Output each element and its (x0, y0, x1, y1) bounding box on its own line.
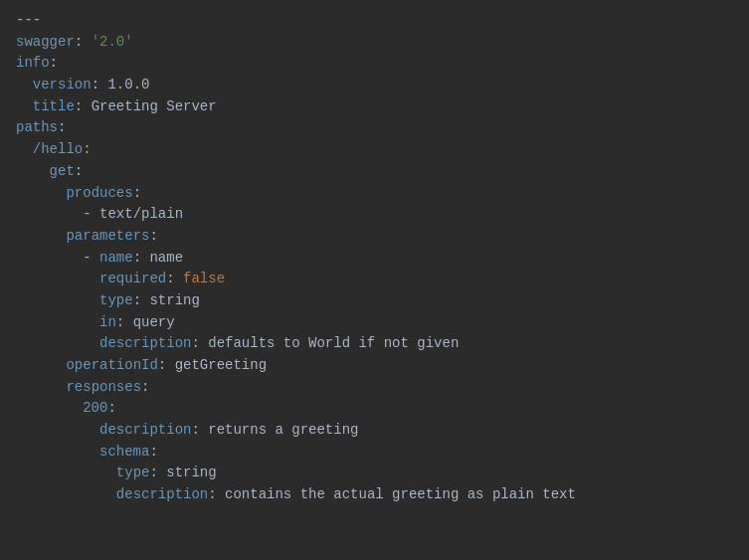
code-line: description: contains the actual greetin… (16, 484, 733, 506)
yaml-key: produces (66, 185, 132, 201)
code-line: type: string (16, 463, 733, 484)
yaml-key: responses (66, 379, 141, 395)
yaml-key: paths (16, 119, 58, 135)
yaml-plain-text: : contains the actual greeting as plain … (208, 486, 576, 502)
yaml-plain-text: : (166, 271, 183, 286)
yaml-plain-text: : returns a greeting (191, 422, 358, 438)
yaml-key: name (99, 250, 133, 266)
yaml-plain-text: : Greeting Server (75, 98, 217, 114)
code-line: version: 1.0.0 (16, 75, 733, 96)
yaml-plain-text: : (107, 400, 115, 416)
code-line: description: defaults to World if not gi… (16, 333, 733, 355)
yaml-plain-text: : defaults to World if not given (191, 335, 459, 351)
code-line: swagger: '2.0' (16, 32, 733, 54)
yaml-key: description (116, 486, 208, 502)
code-line: - name: name (16, 248, 733, 270)
yaml-key: version (33, 77, 92, 93)
yaml-plain-text: : (149, 228, 157, 244)
yaml-plain-text: --- (16, 12, 41, 28)
code-line: schema: (16, 442, 733, 464)
code-line: /hello: (16, 139, 733, 161)
yaml-key: schema (99, 444, 149, 460)
yaml-plain-text: - text/plain (83, 206, 183, 222)
yaml-key: in (99, 314, 116, 330)
yaml-plain-text: 1.0.0 (107, 77, 149, 93)
yaml-plain-text: : name (133, 250, 183, 266)
code-line: in: query (16, 312, 733, 334)
code-line: get: (16, 161, 733, 183)
yaml-key: get (50, 163, 75, 179)
code-line: produces: (16, 183, 733, 205)
yaml-plain-text: : (50, 55, 58, 71)
yaml-key: description (99, 422, 191, 438)
code-line: type: string (16, 290, 733, 312)
yaml-plain-text: : (83, 141, 91, 157)
code-line: --- (16, 10, 733, 32)
code-line: title: Greeting Server (16, 96, 733, 118)
code-line: paths: (16, 117, 733, 139)
yaml-plain-text: : (149, 444, 157, 460)
yaml-key: title (33, 98, 75, 114)
yaml-key: /hello (33, 141, 83, 157)
yaml-plain-text: : getGreeting (158, 357, 267, 373)
yaml-plain-text: : (75, 34, 92, 50)
yaml-plain-text: : string (133, 292, 200, 308)
yaml-plain-text: : (75, 163, 83, 179)
yaml-plain-text: - (83, 250, 99, 266)
yaml-plain-text: : string (149, 465, 216, 480)
code-line: responses: (16, 377, 733, 399)
yaml-key: operationId (66, 357, 157, 373)
yaml-plain-text: : (141, 379, 149, 395)
yaml-key: description (99, 335, 191, 351)
yaml-key: type (116, 465, 150, 480)
code-line: operationId: getGreeting (16, 355, 733, 377)
yaml-key: type (99, 292, 133, 308)
yaml-key: parameters (66, 228, 149, 244)
yaml-plain-text: : (92, 77, 108, 93)
yaml-string-value: '2.0' (92, 34, 133, 50)
code-line: - text/plain (16, 204, 733, 226)
code-line: info: (16, 53, 733, 75)
code-editor: ---swagger: '2.0'info: version: 1.0.0 ti… (16, 10, 733, 506)
yaml-bool-value: false (183, 271, 225, 286)
yaml-key: info (16, 55, 50, 71)
yaml-key: required (99, 271, 166, 286)
code-line: required: false (16, 269, 733, 290)
yaml-plain-text: : query (116, 314, 175, 330)
code-line: 200: (16, 398, 733, 420)
yaml-plain-text: : (58, 119, 66, 135)
code-line: parameters: (16, 226, 733, 248)
yaml-key: 200 (83, 400, 107, 416)
code-line: description: returns a greeting (16, 420, 733, 442)
yaml-plain-text: : (133, 185, 141, 201)
yaml-key: swagger (16, 34, 75, 50)
